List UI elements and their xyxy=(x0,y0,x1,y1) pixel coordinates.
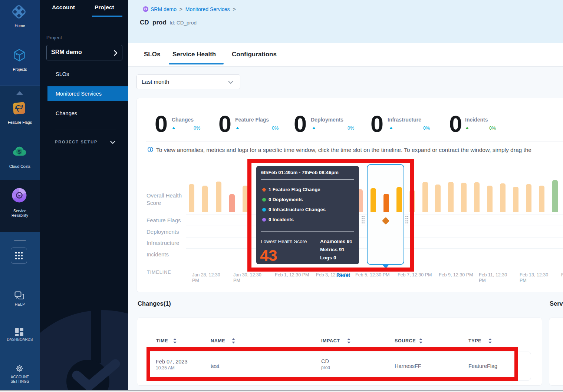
svg-text:$: $ xyxy=(18,149,21,155)
